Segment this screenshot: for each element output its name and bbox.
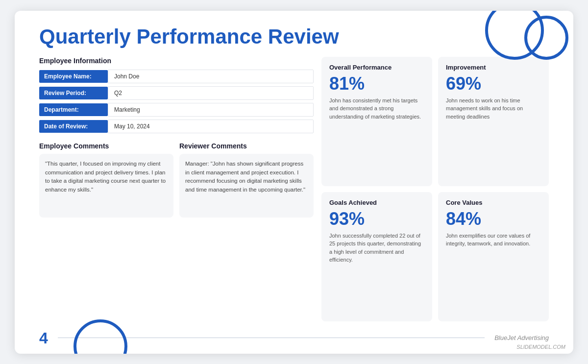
employee-info-section: Employee Information Employee Name: John… <box>39 57 314 136</box>
reviewer-comments-block: Reviewer Comments Manager: "John has sho… <box>179 142 314 321</box>
employee-info-title: Employee Information <box>39 57 314 65</box>
metric-pct-1: 69% <box>446 75 541 93</box>
label-employee-name: Employee Name: <box>39 70 108 83</box>
value-date-of-review: May 10, 2024 <box>108 120 314 133</box>
comments-row: Employee Comments "This quarter, I focus… <box>39 142 314 321</box>
info-row-name: Employee Name: John Doe <box>39 70 314 83</box>
footer: 4 BlueJet Advertising <box>39 327 549 346</box>
metric-desc-0: John has consistently met his targets an… <box>329 97 424 121</box>
deco-circle-2 <box>524 16 568 60</box>
metric-desc-3: John exemplifies our core values of inte… <box>446 232 541 248</box>
slidemodel-watermark: SLIDEMODEL.COM <box>516 344 565 350</box>
label-review-period: Review Period: <box>39 87 108 99</box>
metric-pct-2: 93% <box>329 210 424 228</box>
employee-comments-text: "This quarter, I focused on improving my… <box>39 154 173 218</box>
info-row-department: Department: Marketing <box>39 103 314 117</box>
label-department: Department: <box>39 103 108 116</box>
reviewer-comments-title: Reviewer Comments <box>179 142 314 150</box>
slide-title: Quarterly Performance Review <box>39 25 549 48</box>
info-row-period: Review Period: Q2 <box>39 86 314 100</box>
metric-card-core-values: Core Values 84% John exemplifies our cor… <box>438 192 549 321</box>
metric-card-goals-achieved: Goals Achieved 93% John successfully com… <box>321 192 432 321</box>
metric-label-2: Goals Achieved <box>329 199 424 206</box>
left-panel: Employee Information Employee Name: John… <box>39 57 314 321</box>
reviewer-comments-text: Manager: "John has shown significant pro… <box>179 154 314 218</box>
main-content: Employee Information Employee Name: John… <box>39 57 549 321</box>
metric-pct-3: 84% <box>446 210 541 228</box>
right-panel: Overall Performance 81% John has consist… <box>321 57 549 321</box>
info-row-date: Date of Review: May 10, 2024 <box>39 120 314 133</box>
metric-label-1: Improvement <box>446 64 541 71</box>
metric-label-3: Core Values <box>446 199 541 206</box>
employee-comments-block: Employee Comments "This quarter, I focus… <box>39 142 173 321</box>
page-number: 4 <box>39 330 48 346</box>
employee-comments-title: Employee Comments <box>39 142 173 150</box>
metric-card-improvement: Improvement 69% John needs to work on hi… <box>438 57 549 186</box>
metric-label-0: Overall Performance <box>329 64 424 71</box>
metric-desc-2: John successfully completed 22 out of 25… <box>329 232 424 264</box>
value-department: Marketing <box>108 103 314 117</box>
metric-pct-0: 81% <box>329 75 424 93</box>
metric-desc-1: John needs to work on his time managemen… <box>446 97 541 121</box>
slide: Quarterly Performance Review Employee In… <box>15 11 573 354</box>
value-review-period: Q2 <box>108 86 314 100</box>
value-employee-name: John Doe <box>108 70 314 83</box>
footer-brand: BlueJet Advertising <box>494 334 549 341</box>
label-date-of-review: Date of Review: <box>39 120 108 133</box>
metric-card-overall-performance: Overall Performance 81% John has consist… <box>321 57 432 186</box>
deco-circle-bottom <box>74 319 127 354</box>
